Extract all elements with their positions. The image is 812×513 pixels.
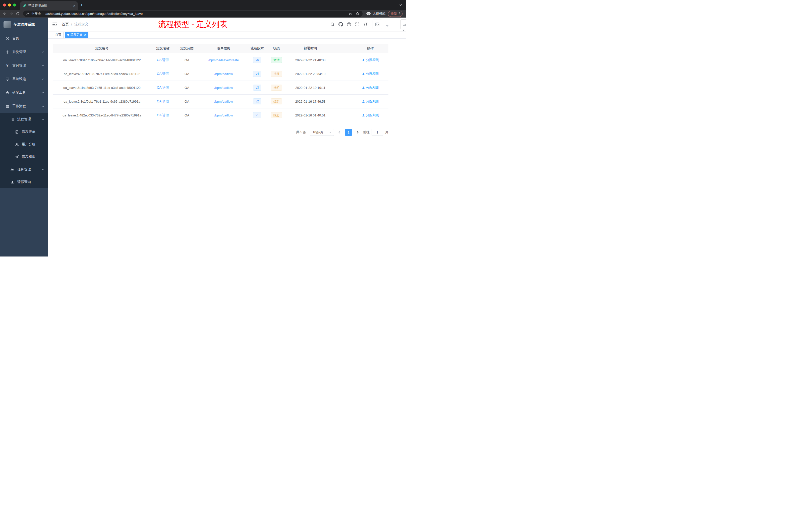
logo-avatar bbox=[3, 21, 11, 28]
back-icon[interactable] bbox=[1, 10, 8, 17]
goto-label: 前往 bbox=[363, 130, 370, 134]
goto-page-input[interactable] bbox=[372, 129, 383, 136]
sidebar-item-9[interactable]: 流程模型 bbox=[0, 151, 48, 163]
url-text[interactable]: dashboard.yudao.iocoder.cn/bpm/manager/d… bbox=[45, 12, 143, 16]
tag-home[interactable]: 首页 bbox=[53, 32, 63, 38]
sidebar-item-2[interactable]: ¥ 支付管理 bbox=[0, 59, 48, 72]
assign-rule-link[interactable]: 分配规则 bbox=[362, 113, 379, 117]
security-label[interactable]: 不安全 bbox=[31, 11, 41, 16]
search-icon[interactable] bbox=[330, 22, 335, 27]
definition-name-link[interactable]: OA 请假 bbox=[157, 58, 169, 62]
tag-process-definition-label: 流程定义 bbox=[70, 33, 82, 37]
chevron-down-icon bbox=[41, 64, 44, 67]
definition-name-link[interactable]: OA 请假 bbox=[157, 71, 169, 76]
goto-unit: 页 bbox=[385, 130, 388, 134]
table-header-row: 定义编号 定义名称 定义分类 表单信息 流程版本 状态 部署时间 操作 bbox=[53, 44, 388, 53]
page-size-value: 10条/页 bbox=[313, 130, 323, 134]
sidebar-item-4[interactable]: 研发工具 bbox=[0, 86, 48, 99]
assign-rule-link[interactable]: 分配规则 bbox=[362, 85, 379, 90]
avatar[interactable] bbox=[373, 20, 382, 29]
sidebar-item-11[interactable]: 请假查询 bbox=[0, 176, 48, 188]
update-button[interactable]: 更新 bbox=[388, 11, 403, 17]
chevron-down-icon bbox=[41, 91, 44, 94]
definition-name-link[interactable]: OA 请假 bbox=[157, 113, 169, 117]
question-icon[interactable] bbox=[347, 22, 351, 27]
header-actions bbox=[330, 20, 406, 29]
sidebar-item-label: 用户分组 bbox=[22, 142, 44, 147]
definition-id: oa_leave:2:3c1f0ef1-76b1-11ec-9c66-a2380… bbox=[53, 100, 151, 103]
form-info-link[interactable]: /bpm/oa/flow bbox=[214, 114, 233, 117]
sidebar-item-8[interactable]: 用户分组 bbox=[0, 138, 48, 151]
close-window-button[interactable] bbox=[3, 3, 6, 6]
tab-strip: 芋道管理系统 × + bbox=[0, 0, 406, 10]
zoom-window-button[interactable] bbox=[13, 3, 16, 6]
update-label: 更新 bbox=[391, 11, 397, 16]
user-icon bbox=[362, 86, 365, 89]
deploy-time: 2022-01-22 19:19:11 bbox=[287, 86, 334, 90]
key-icon[interactable] bbox=[348, 12, 352, 16]
reload-icon[interactable] bbox=[14, 10, 21, 17]
minimize-window-button[interactable] bbox=[8, 3, 11, 6]
tag-close-icon[interactable]: × bbox=[84, 33, 86, 37]
hamburger-icon[interactable] bbox=[52, 22, 57, 27]
version-tag: v1 bbox=[253, 112, 261, 118]
form-info-link[interactable]: /bpm/oa/flow bbox=[214, 86, 233, 90]
sidebar-item-label: 基础设施 bbox=[12, 77, 41, 81]
fontsize-icon[interactable] bbox=[363, 22, 368, 27]
browser-tab[interactable]: 芋道管理系统 × bbox=[20, 1, 78, 10]
sidebar-logo[interactable]: 芋道管理系统 bbox=[0, 18, 48, 32]
sidebar-item-3[interactable]: 基础设施 bbox=[0, 72, 48, 86]
assign-rule-link[interactable]: 分配规则 bbox=[362, 58, 379, 62]
address-bar[interactable]: 不安全 dashboard.yudao.iocoder.cn/bpm/manag… bbox=[23, 10, 362, 17]
goto-page: 前往 页 bbox=[363, 129, 388, 136]
browser-toolbar: 不安全 dashboard.yudao.iocoder.cn/bpm/manag… bbox=[0, 10, 406, 18]
incognito-label: 无痕模式 bbox=[373, 11, 385, 16]
assign-rule-link[interactable]: 分配规则 bbox=[362, 71, 379, 76]
sidebar-item-6[interactable]: 流程管理 bbox=[0, 113, 48, 125]
forward-icon[interactable] bbox=[8, 10, 14, 17]
breadcrumb-separator: / bbox=[71, 22, 72, 26]
sidebar-item-10[interactable]: 任务管理 bbox=[0, 163, 48, 176]
user-icon bbox=[362, 114, 365, 117]
assign-rule-link[interactable]: 分配规则 bbox=[362, 99, 379, 104]
sidebar-item-5[interactable]: 工作流程 bbox=[0, 99, 48, 113]
chevron-down-icon bbox=[41, 168, 44, 171]
tab-search-chevron-icon[interactable] bbox=[399, 3, 403, 7]
side-caret-down-icon[interactable] bbox=[403, 30, 405, 31]
breadcrumb-home[interactable]: 首页 bbox=[62, 22, 69, 27]
sidebar-item-0[interactable]: 首页 bbox=[0, 32, 48, 45]
side-panel-handle[interactable] bbox=[401, 19, 406, 29]
avatar-caret-down-icon[interactable] bbox=[386, 25, 388, 27]
github-icon[interactable] bbox=[339, 22, 343, 27]
definition-category: OA bbox=[175, 72, 199, 76]
col-definition-name: 定义名称 bbox=[151, 46, 175, 51]
browser-menu-dots-icon[interactable] bbox=[399, 12, 400, 16]
form-info-link[interactable]: /bpm/oa/flow bbox=[214, 100, 233, 103]
sidebar-item-label: 工作流程 bbox=[12, 104, 41, 109]
pagination-total: 共 5 条 bbox=[296, 130, 306, 134]
table-row: oa_leave:5:004b710b-7b8a-11ec-8ef0-acde4… bbox=[53, 53, 388, 67]
page-1-button[interactable]: 1 bbox=[345, 129, 352, 136]
user-icon bbox=[362, 58, 365, 62]
form-icon bbox=[15, 130, 19, 134]
form-info-link[interactable]: /bpm/oa/flow bbox=[214, 72, 233, 76]
sidebar-item-label: 系统管理 bbox=[12, 50, 41, 54]
table-row: oa_leave:3:1fad3d93-7b75-11ec-a3c8-acde4… bbox=[53, 81, 388, 95]
tag-process-definition[interactable]: 流程定义 × bbox=[65, 32, 88, 38]
definition-name-link[interactable]: OA 请假 bbox=[157, 99, 169, 104]
sidebar-item-label: 流程表单 bbox=[22, 129, 44, 134]
new-tab-button[interactable]: + bbox=[78, 1, 85, 9]
next-page-icon[interactable] bbox=[355, 130, 359, 134]
tab-close-icon[interactable]: × bbox=[73, 4, 75, 7]
definition-name-link[interactable]: OA 请假 bbox=[157, 85, 169, 90]
sidebar-item-7[interactable]: 流程表单 bbox=[0, 125, 48, 138]
sidebar-item-1[interactable]: 系统管理 bbox=[0, 45, 48, 59]
sidebar-item-label: 任务管理 bbox=[17, 167, 41, 172]
list-icon bbox=[10, 117, 14, 121]
deploy-time: 2022-01-22 21:48:38 bbox=[287, 58, 334, 62]
form-info-link[interactable]: /bpm/oa/leave/create bbox=[208, 58, 239, 62]
page-size-select[interactable]: 10条/页 bbox=[310, 129, 334, 136]
prev-page-icon[interactable] bbox=[338, 130, 342, 134]
fullscreen-icon[interactable] bbox=[355, 22, 359, 27]
bookmark-star-icon[interactable] bbox=[355, 12, 359, 16]
